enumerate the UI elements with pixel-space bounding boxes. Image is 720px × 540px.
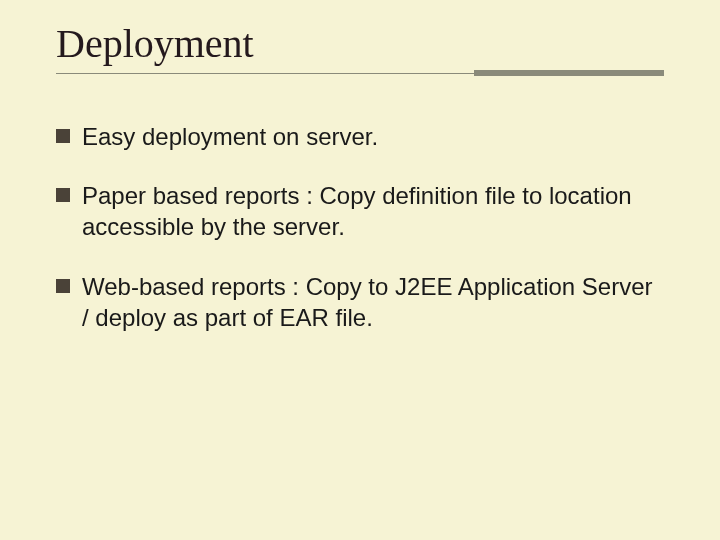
list-item: Web-based reports : Copy to J2EE Applica… xyxy=(56,271,664,333)
slide-title: Deployment xyxy=(56,20,664,67)
list-item: Paper based reports : Copy definition fi… xyxy=(56,180,664,242)
bullet-text: Web-based reports : Copy to J2EE Applica… xyxy=(82,271,664,333)
bullet-icon xyxy=(56,188,70,202)
bullet-text: Easy deployment on server. xyxy=(82,121,664,152)
rule-thick xyxy=(474,70,664,76)
list-item: Easy deployment on server. xyxy=(56,121,664,152)
slide: Deployment Easy deployment on server. Pa… xyxy=(0,0,720,540)
title-underline xyxy=(56,73,664,91)
title-area: Deployment xyxy=(56,20,664,91)
bullet-text: Paper based reports : Copy definition fi… xyxy=(82,180,664,242)
bullet-icon xyxy=(56,129,70,143)
bullet-list: Easy deployment on server. Paper based r… xyxy=(56,121,664,333)
bullet-icon xyxy=(56,279,70,293)
